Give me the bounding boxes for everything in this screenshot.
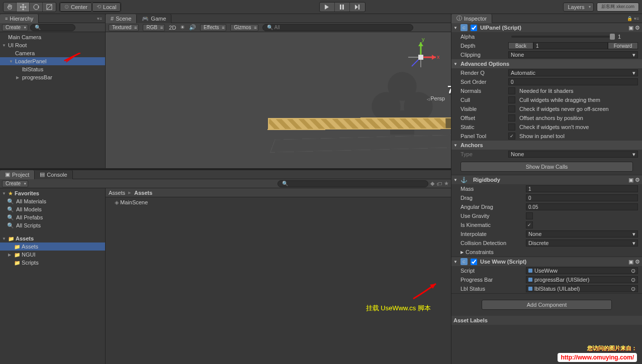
layers-dropdown[interactable]: Layers [563,3,594,12]
component-enabled[interactable] [471,25,477,31]
folder-item[interactable]: ▶📁 NGUI [0,251,105,259]
orientation-gizmo[interactable]: y x [401,37,441,77]
help-icon[interactable]: ▣ ⚙ [628,177,640,183]
console-tab[interactable]: ▤Console [35,170,72,179]
progressbar-field[interactable]: progressBar (UISlider)⊙ [526,276,638,283]
hierarchy-search[interactable]: 🔍 [30,24,75,31]
light-toggle[interactable]: ☀ [180,24,185,31]
sort-input[interactable]: 0 [508,78,638,85]
favorite-item[interactable]: 🔍All Scripts [0,221,105,229]
search-filter-icon[interactable]: ★ [444,180,449,187]
forward-button[interactable]: Forward [608,42,638,49]
move-tool[interactable] [17,3,30,12]
component-header-uipanel[interactable]: ▼C UIPanel (Script)▣ ⚙ [451,23,642,32]
panel-menu-icon[interactable]: ▾≡ [97,16,105,21]
project-search[interactable]: 🔍 [278,180,428,187]
render-mode[interactable]: RGB [143,24,165,31]
hierarchy-item[interactable]: ▼UI Root [0,41,105,49]
favorite-item[interactable]: 🔍All Models [0,205,105,213]
hierarchy-item-selected[interactable]: ▼LoaderPanel [0,57,105,65]
hierarchy-item[interactable]: lblStatus [0,65,105,73]
breadcrumb-item[interactable]: Assets [134,190,152,196]
anchors-header[interactable]: ▼Anchors [451,141,642,150]
scene-tab[interactable]: #Scene [106,14,137,23]
folder-item[interactable]: 📁 Scripts [0,259,105,267]
game-tab[interactable]: 🎮Game [137,14,171,23]
clipping-dropdown[interactable]: None▾ [508,51,638,58]
component-enabled[interactable] [471,259,477,265]
static-checkbox[interactable] [508,124,515,131]
depth-input[interactable]: 1 [533,42,608,49]
hierarchy-tree: Main Camera ▼UI Root Camera ▼LoaderPanel… [0,32,105,168]
help-icon[interactable]: ▣ ⚙ [628,259,640,265]
pause-button[interactable] [335,3,350,12]
gizmos-dropdown[interactable]: Gizmos [230,24,258,31]
cull-checkbox[interactable] [508,96,515,103]
drawcalls-button[interactable]: Show Draw Calls [461,162,633,172]
normals-checkbox[interactable] [508,87,515,94]
hand-tool[interactable] [4,3,17,12]
lock-icon[interactable]: 🔒 ▾≡ [627,16,642,21]
folder-item-selected[interactable]: 📁 Assets [0,242,105,251]
local-toggle[interactable]: ⟲Local [92,3,121,12]
center-toggle[interactable]: ⊙Center [60,3,92,12]
hierarchy-tab[interactable]: ≡Hierarchy [0,14,39,23]
component-header-rigidbody[interactable]: ▼⚓ Rigidbody▣ ⚙ [451,175,642,184]
svg-text:x: x [437,54,440,60]
favorite-item[interactable]: 🔍All Materials [0,197,105,205]
effects-dropdown[interactable]: Effects [200,24,226,31]
project-create[interactable]: Create [2,180,28,187]
angdrag-input[interactable]: 0.05 [526,203,638,210]
mass-input[interactable]: 1 [526,185,638,192]
svg-rect-2 [340,5,341,10]
inspector-tab[interactable]: ⓘInspector [451,14,492,23]
interp-dropdown[interactable]: None▾ [526,230,638,237]
advanced-header[interactable]: ▼Advanced Options [451,59,642,68]
assets-header[interactable]: ▼📁 Assets [0,234,105,242]
watermark-url: http://www.omuying.com/ [558,353,637,362]
constraints-header[interactable]: ▶Constraints [451,248,642,257]
paneltool-checkbox[interactable] [508,133,515,140]
kinematic-checkbox[interactable] [526,221,533,228]
help-icon[interactable]: ▣ ⚙ [628,25,640,31]
hierarchy-item[interactable]: Camera [0,49,105,57]
search-filter-icon[interactable]: 🏷 [436,181,442,187]
add-component-button[interactable]: Add Component [482,300,612,310]
main-toolbar: ⊙Center ⟲Local Layers 新客网 xker.com [0,0,642,14]
visible-checkbox[interactable] [508,105,515,112]
renderq-dropdown[interactable]: Automatic▾ [508,69,638,76]
rotate-tool[interactable] [30,3,43,12]
script-field[interactable]: UseWww⊙ [526,267,638,274]
lblstatus-field[interactable]: lblStatus (UILabel)⊙ [526,285,638,292]
step-button[interactable] [350,3,365,12]
drag-input[interactable]: 0 [526,194,638,201]
offset-checkbox[interactable] [508,114,515,122]
asset-item[interactable]: ◈ MainScene [113,198,451,206]
asset-labels-header[interactable]: Asset Labels [451,316,642,325]
audio-toggle[interactable]: 🔊 [189,24,196,31]
search-filter-icon[interactable]: ◆ [430,180,434,187]
project-tab[interactable]: ▣Project [0,170,35,179]
scene-viewport[interactable]: y x ◁ Persp 70% [106,32,451,168]
back-button[interactable]: Back [508,42,533,49]
favorite-item[interactable]: 🔍All Prefabs [0,213,105,221]
scale-tool[interactable] [43,3,56,12]
2d-toggle[interactable]: 2D [169,25,176,31]
play-button[interactable] [320,3,335,12]
breadcrumb-item[interactable]: Assets [109,190,125,196]
hierarchy-create[interactable]: Create [2,24,28,31]
play-controls [319,2,365,12]
component-header-usewww[interactable]: ▼CUse Www (Script)▣ ⚙ [451,257,642,266]
hierarchy-item[interactable]: Main Camera [0,33,105,41]
gravity-checkbox[interactable] [526,212,533,219]
annotation-arrow [60,53,80,63]
shading-mode[interactable]: Textured [109,24,139,31]
scene-search[interactable]: 🔍 All [262,24,413,31]
project-panel: ▣Project ▤Console Create 🔍 ◆ 🏷 ★ ▼★ Favo… [0,168,451,364]
svg-rect-3 [342,5,344,10]
collision-dropdown[interactable]: Discrete▾ [526,239,638,247]
svg-rect-9 [418,55,423,60]
hierarchy-item[interactable]: ▶progressBar [0,73,105,81]
favorites-header[interactable]: ▼★ Favorites [0,189,105,197]
anchor-type-dropdown[interactable]: None▾ [508,151,638,158]
